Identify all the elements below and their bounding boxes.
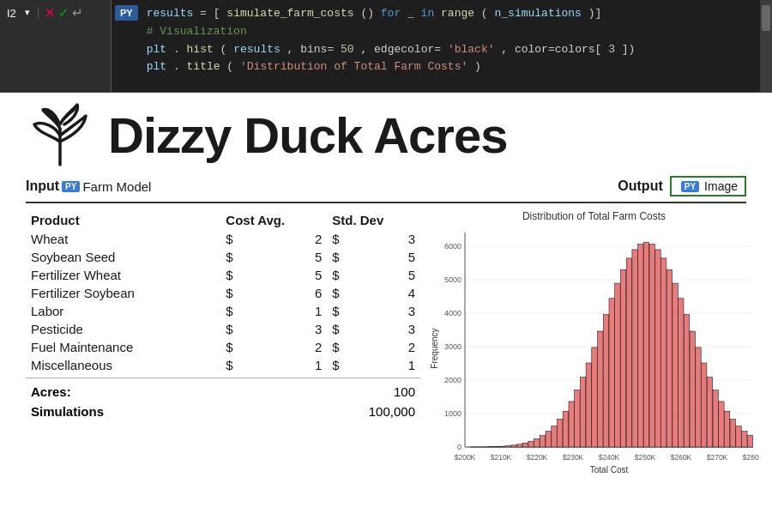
input-label: Input — [26, 178, 59, 194]
product-name: Soybean Seed — [26, 248, 220, 266]
duck-logo-icon — [26, 103, 94, 167]
separator: | — [37, 5, 40, 19]
svg-text:$250K: $250K — [635, 453, 656, 462]
product-name: Fuel Maintenance — [26, 338, 220, 356]
std-dollar: $ — [327, 356, 344, 374]
product-name: Miscellaneous — [26, 356, 220, 374]
svg-text:$240K: $240K — [599, 453, 620, 462]
table-row: Wheat $ 2 $ 3 — [26, 230, 420, 248]
svg-text:$210K: $210K — [491, 453, 512, 462]
product-name: Wheat — [26, 230, 220, 248]
product-name: Pesticide — [26, 320, 220, 338]
table-section: Product Cost Avg. Std. Dev Wheat $ 2 $ 3… — [26, 210, 420, 490]
std-dollar: $ — [327, 302, 344, 320]
std-dev-value: 4 — [345, 284, 420, 302]
histogram-bar — [586, 363, 591, 447]
code-line-4: plt . title ( 'Distribution of Total Far… — [147, 58, 753, 76]
image-tab[interactable]: PY Image — [670, 176, 746, 196]
cost-avg-value: 2 — [238, 338, 328, 356]
histogram-bar — [747, 436, 752, 447]
histogram-bar — [638, 245, 643, 447]
io-row: Input PY Farm Model Output PY Image — [26, 176, 746, 203]
std-dev-value: 1 — [345, 356, 420, 374]
svg-text:Total Cost: Total Cost — [590, 465, 629, 475]
histogram-bar — [620, 269, 625, 447]
cost-dollar: $ — [220, 284, 238, 302]
svg-text:2000: 2000 — [444, 376, 461, 384]
cell-reference[interactable]: I2 ▾ | ✕ ✓ ↵ — [0, 0, 112, 92]
svg-text:5000: 5000 — [444, 275, 461, 284]
histogram-bar — [615, 283, 620, 447]
histogram-bar — [598, 331, 603, 447]
product-name: Fertilizer Wheat — [26, 266, 220, 284]
cost-dollar: $ — [220, 230, 238, 248]
histogram-bar — [558, 420, 563, 447]
cost-avg-value: 1 — [238, 302, 328, 320]
summary-acres: Acres: 100 — [26, 382, 420, 402]
std-dev-value: 3 — [345, 230, 420, 248]
histogram-bar — [563, 411, 568, 447]
histogram-bar — [580, 378, 585, 447]
product-name: Labor — [26, 302, 220, 320]
histogram-bar — [569, 402, 574, 447]
histogram-bar — [719, 402, 724, 447]
histogram-bar — [696, 348, 701, 447]
code-line-3: plt . hist ( results , bins= 50 , edgeco… — [147, 41, 753, 59]
table-divider — [26, 378, 420, 378]
cancel-icon[interactable]: ✕ — [45, 5, 56, 21]
cell-dropdown[interactable]: ▾ — [23, 5, 32, 20]
col-header-cost-avg: Cost Avg. — [220, 210, 327, 230]
histogram-bar — [707, 378, 712, 447]
py-badge-output: PY — [681, 181, 699, 192]
histogram-bar — [522, 443, 528, 447]
return-icon[interactable]: ↵ — [72, 5, 83, 21]
std-dev-value: 3 — [345, 320, 420, 338]
histogram-bar — [626, 258, 631, 447]
std-dollar: $ — [327, 266, 344, 284]
std-dollar: $ — [327, 320, 344, 338]
histogram-bar — [517, 444, 522, 447]
py-badge-input: PY — [62, 181, 80, 192]
confirm-icon[interactable]: ✓ — [58, 5, 69, 21]
std-dollar: $ — [327, 230, 344, 248]
cost-dollar: $ — [220, 302, 238, 320]
histogram-bar — [505, 446, 510, 447]
code-content: results = [ simulate_farm_costs () for _… — [140, 0, 760, 92]
histogram-bar — [609, 299, 614, 447]
acres-label: Acres: — [31, 384, 71, 399]
acres-value: 100 — [312, 384, 415, 399]
model-label: Farm Model — [82, 179, 151, 194]
histogram-bar — [494, 446, 499, 447]
cost-avg-value: 5 — [238, 266, 328, 284]
cost-avg-value: 6 — [238, 284, 328, 302]
histogram-bar — [690, 331, 695, 447]
brand-title: Dizzy Duck Acres — [108, 106, 507, 164]
svg-text:4000: 4000 — [444, 309, 461, 317]
cost-avg-value: 5 — [238, 248, 328, 266]
svg-text:$260K: $260K — [671, 453, 692, 462]
cost-avg-value: 2 — [238, 230, 328, 248]
histogram-bar — [684, 315, 689, 447]
svg-text:$280K: $280K — [743, 453, 759, 462]
histogram-bar — [679, 299, 684, 447]
svg-text:6000: 6000 — [444, 242, 461, 251]
histogram-bar — [603, 315, 608, 447]
scrollbar-thumb[interactable] — [762, 5, 770, 31]
simulations-value: 100,000 — [312, 404, 415, 419]
histogram-bar — [528, 441, 534, 447]
histogram-bar — [546, 432, 551, 447]
histogram-chart: Frequency 0 1000 2000 3000 — [429, 224, 759, 490]
cell-name: I2 — [3, 5, 20, 21]
chart-title: Distribution of Total Farm Costs — [429, 210, 759, 222]
histogram-bar — [730, 420, 735, 447]
cost-dollar: $ — [220, 356, 238, 374]
svg-text:Frequency: Frequency — [430, 328, 439, 368]
cost-avg-value: 3 — [238, 320, 328, 338]
cell-action-icons[interactable]: ✕ ✓ ↵ — [45, 5, 83, 21]
cost-dollar: $ — [220, 266, 238, 284]
col-header-std-dev: Std. Dev — [327, 210, 420, 230]
cost-dollar: $ — [220, 248, 238, 266]
table-row: Pesticide $ 3 $ 3 — [26, 320, 420, 338]
histogram-bar — [724, 411, 729, 447]
code-scrollbar[interactable] — [760, 0, 772, 92]
